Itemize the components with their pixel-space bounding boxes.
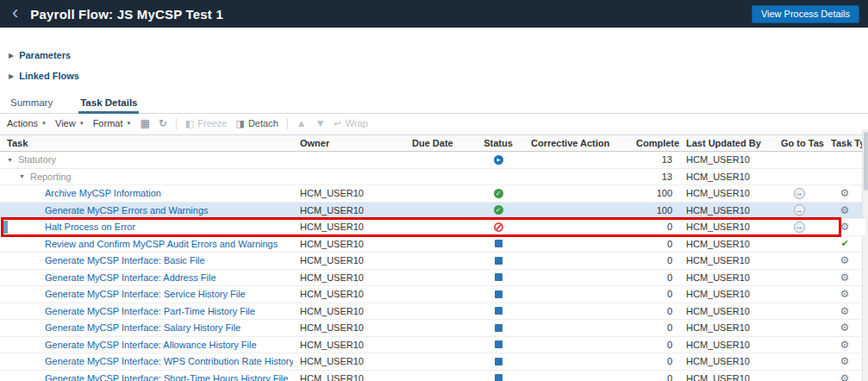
back-icon[interactable]: ‹ — [12, 2, 18, 24]
wrap-button[interactable]: ↵Wrap — [334, 118, 368, 129]
task-link[interactable]: Generate MyCSP Interface: Part-Time Hist… — [45, 306, 255, 316]
column-header-owner[interactable]: Owner — [293, 138, 405, 148]
column-header-go-to-task[interactable]: Go to Task — [774, 138, 824, 148]
table-row[interactable]: Generate MyCSP Interface: Salary History… — [0, 320, 865, 337]
owner-cell: HCM_USER10 — [293, 322, 405, 333]
table-row[interactable]: Generate MyCSP Interface: Address FileHC… — [0, 270, 865, 287]
page-title: Payroll Flow: JS MyCSP Test 1 — [30, 7, 223, 22]
sort-ascending-icon[interactable]: ▲ — [297, 117, 307, 129]
expand-linked-flows-icon[interactable]: ▶ — [9, 72, 14, 80]
freeze-button[interactable]: ◧Freeze — [185, 118, 228, 129]
column-header-status[interactable]: Status — [472, 138, 524, 148]
column-header-complete-[interactable]: Complete(%) — [629, 138, 679, 148]
tab-summary[interactable]: Summary — [9, 94, 54, 113]
table-row[interactable]: Generate MyCSP Interface: Basic FileHCM_… — [0, 253, 865, 270]
task-link[interactable]: Generate MyCSP Interface: Service Histor… — [45, 289, 246, 299]
task-link[interactable]: Generate MyCSP Errors and Warnings — [45, 205, 209, 215]
freeze-icon: ◧ — [185, 118, 194, 129]
toolbar-separator — [287, 118, 288, 129]
caret-icon: ▼ — [41, 121, 47, 126]
column-header-task-type[interactable]: Task Type — [824, 138, 865, 148]
table-row[interactable]: Generate MyCSP Interface: WPS Contributi… — [0, 353, 865, 371]
complete-percent-cell: 0 — [629, 340, 679, 350]
task-link[interactable]: Review and Confirm MyCSP Audit Errors an… — [45, 239, 278, 249]
table-row[interactable]: Generate MyCSP Interface: Short-Time Hou… — [0, 371, 865, 381]
table-row[interactable]: ▼Statutory▶13HCM_USER10 — [0, 152, 865, 169]
task-link[interactable]: Generate MyCSP Interface: Salary History… — [45, 322, 240, 333]
status-cell — [472, 240, 524, 247]
table-toolbar: Actions▼ View▼ Format▼ ▦ ↻ ◧Freeze ◨Deta… — [0, 114, 868, 133]
task-cell: Review and Confirm MyCSP Audit Errors an… — [0, 239, 293, 249]
table-row[interactable]: Generate MyCSP Interface: Service Histor… — [0, 286, 865, 303]
detach-label: Detach — [248, 118, 278, 128]
format-menu[interactable]: Format▼ — [93, 118, 132, 128]
table-row[interactable]: Generate MyCSP Interface: Part-Time Hist… — [0, 303, 865, 321]
task-cell: Generate MyCSP Interface: Short-Time Hou… — [0, 373, 293, 381]
column-header-corrective-action[interactable]: Corrective Action — [524, 138, 629, 148]
status-cell — [472, 340, 524, 348]
collapse-node-icon[interactable]: ▼ — [7, 157, 13, 163]
refresh-icon[interactable]: ↻ — [159, 117, 167, 129]
table-row[interactable]: Generate MyCSP Interface: Allowance Hist… — [0, 337, 865, 354]
automatic-task-icon: ⚙ — [840, 373, 850, 381]
section-parameters[interactable]: ▶ Parameters — [9, 45, 868, 66]
scrollbar-thumb[interactable] — [864, 132, 868, 190]
tab-task-details[interactable]: Task Details — [78, 94, 139, 114]
table-row[interactable]: Archive MyCSP InformationHCM_USER10✓100H… — [0, 185, 865, 203]
detach-icon: ◨ — [236, 118, 245, 129]
owner-cell: HCM_USER10 — [293, 188, 405, 198]
task-link[interactable]: Generate MyCSP Interface: WPS Contributi… — [45, 356, 293, 366]
automatic-task-icon: ⚙ — [840, 322, 850, 333]
task-type-cell: ⚙ — [824, 306, 865, 316]
export-grid-icon[interactable]: ▦ — [140, 117, 149, 129]
automatic-task-icon: ⚙ — [840, 205, 850, 215]
task-link[interactable]: Generate MyCSP Interface: Short-Time Hou… — [45, 373, 288, 381]
table-row[interactable]: Generate MyCSP Errors and WarningsHCM_US… — [0, 203, 865, 220]
automatic-task-icon: ⚙ — [840, 255, 850, 265]
expand-parameters-icon[interactable]: ▶ — [9, 52, 14, 59]
tab-bar: Summary Task Details — [0, 90, 868, 114]
toolbar-separator — [176, 118, 177, 129]
status-error-icon — [494, 222, 503, 232]
task-details-table: TaskOwnerDue DateStatusCorrective Action… — [0, 134, 865, 381]
table-row[interactable]: Halt Process on ErrorHCM_USER100HCM_USER… — [0, 219, 865, 236]
task-link[interactable]: Generate MyCSP Interface: Address File — [45, 272, 216, 283]
task-link[interactable]: Generate MyCSP Interface: Basic File — [45, 255, 205, 265]
column-header-last-updated-by[interactable]: Last Updated By — [679, 138, 774, 148]
task-cell: Halt Process on Error — [0, 222, 293, 232]
task-link[interactable]: Halt Process on Error — [45, 222, 135, 232]
table-row[interactable]: Review and Confirm MyCSP Audit Errors an… — [0, 236, 865, 253]
status-in-progress-icon: ▶ — [494, 155, 503, 165]
last-updated-by-cell: HCM_USER10 — [679, 272, 774, 283]
task-group-label: Statutory — [18, 154, 56, 165]
vertical-scrollbar[interactable] — [862, 129, 868, 381]
go-to-task-icon[interactable]: → — [794, 188, 805, 199]
task-cell: Generate MyCSP Errors and Warnings — [0, 205, 293, 215]
column-header-task[interactable]: Task — [0, 138, 293, 148]
sort-descending-icon[interactable]: ▼ — [315, 117, 326, 129]
actions-menu[interactable]: Actions▼ — [7, 118, 47, 128]
table-row[interactable]: ▼Reporting13HCM_USER10 — [0, 169, 865, 186]
task-type-cell: ⚙ — [824, 356, 865, 366]
view-menu[interactable]: View▼ — [55, 118, 84, 128]
column-header-due-date[interactable]: Due Date — [405, 138, 472, 148]
go-to-task-icon[interactable]: → — [794, 204, 805, 215]
collapse-node-icon[interactable]: ▼ — [19, 173, 25, 179]
task-link[interactable]: Archive MyCSP Information — [45, 188, 161, 198]
last-updated-by-cell: HCM_USER10 — [679, 255, 774, 265]
section-linked-flows[interactable]: ▶ Linked Flows — [9, 66, 868, 86]
view-process-details-button[interactable]: View Process Details — [752, 5, 859, 23]
owner-cell: HCM_USER10 — [293, 356, 405, 366]
task-link[interactable]: Generate MyCSP Interface: Allowance Hist… — [45, 340, 257, 350]
detach-button[interactable]: ◨Detach — [236, 118, 278, 129]
owner-cell: HCM_USER10 — [293, 306, 405, 316]
automatic-task-icon: ⚙ — [840, 356, 850, 366]
task-cell: Generate MyCSP Interface: Part-Time Hist… — [0, 306, 293, 316]
go-to-task-icon[interactable]: → — [794, 222, 805, 233]
task-cell: Generate MyCSP Interface: Basic File — [0, 255, 293, 265]
complete-percent-cell: 0 — [629, 222, 679, 232]
task-type-cell: ⚙ — [824, 373, 865, 381]
automatic-task-icon: ⚙ — [840, 306, 850, 316]
last-updated-by-cell: HCM_USER10 — [679, 172, 774, 182]
status-cell — [472, 222, 524, 232]
